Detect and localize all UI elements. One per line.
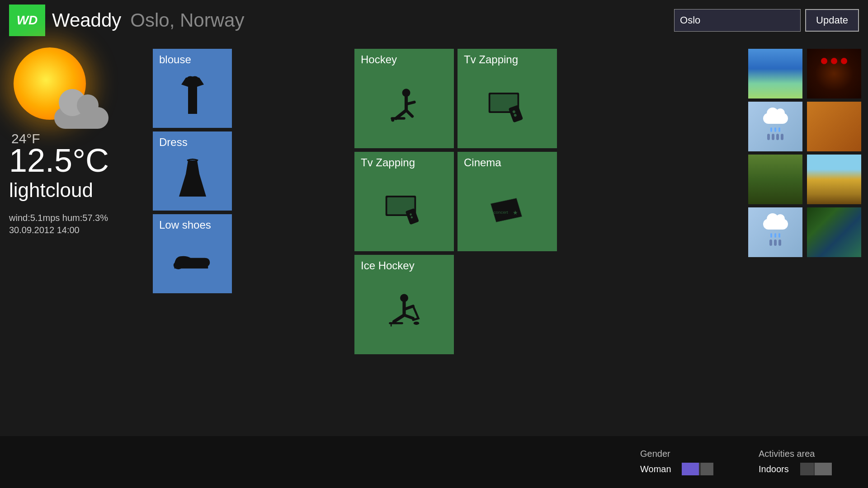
woman-toggle[interactable] bbox=[682, 463, 713, 475]
woman-label: Woman bbox=[640, 464, 676, 474]
activities-column: Hockey Tv Zapping bbox=[354, 49, 557, 354]
activities-row-3: Ice Hockey bbox=[354, 255, 557, 354]
hockey-icon bbox=[361, 68, 448, 144]
weather-wind: wind:5.1mps hum:57.3% bbox=[9, 213, 140, 223]
indoors-label: Indoors bbox=[759, 464, 795, 474]
temp-celsius: 12.5°C bbox=[9, 144, 140, 177]
photo-tile-cloud-rain[interactable] bbox=[748, 102, 802, 151]
search-input[interactable] bbox=[674, 9, 801, 32]
tile-tv-zapping-1-label: Tv Zapping bbox=[464, 53, 551, 66]
tile-blouse[interactable]: blouse bbox=[153, 49, 232, 128]
tile-hockey-label: Hockey bbox=[361, 53, 448, 66]
photo-tile-cake[interactable] bbox=[807, 49, 861, 99]
tile-low-shoes[interactable]: Low shoes bbox=[153, 214, 232, 293]
svg-text:concert: concert bbox=[494, 209, 508, 214]
tile-tv-zapping-2[interactable]: Tv Zapping bbox=[354, 152, 454, 251]
toggle-on-gray bbox=[800, 463, 814, 475]
weather-condition: lightcloud bbox=[9, 179, 140, 202]
city-name: Oslo, Norway bbox=[130, 9, 244, 31]
svg-point-0 bbox=[173, 261, 183, 269]
svg-point-16 bbox=[414, 321, 420, 324]
activities-row-1: Hockey Tv Zapping bbox=[354, 49, 557, 148]
tv-icon bbox=[464, 68, 551, 144]
gender-label: Gender bbox=[640, 449, 713, 459]
tile-dress[interactable]: Dress bbox=[153, 131, 232, 211]
dress-icon bbox=[159, 151, 226, 206]
toggle-on-indicator bbox=[682, 463, 699, 475]
clothing-column: blouse Dress Lo bbox=[153, 49, 232, 354]
svg-text:★: ★ bbox=[513, 209, 518, 216]
photo-grid bbox=[748, 49, 866, 258]
logo-text: WD bbox=[17, 13, 38, 28]
weather-date: 30.09.2012 14:00 bbox=[9, 225, 140, 235]
search-area: Update bbox=[674, 9, 859, 32]
photo-tile-person[interactable] bbox=[807, 102, 861, 151]
photo-tile-waterfall[interactable] bbox=[807, 207, 861, 257]
svg-point-2 bbox=[391, 118, 394, 122]
logo-box: WD bbox=[9, 5, 45, 36]
svg-rect-5 bbox=[509, 105, 524, 122]
indoors-toggle[interactable] bbox=[800, 463, 832, 475]
cinema-icon: concert ★ bbox=[464, 171, 551, 247]
activities-row-2: Tv Zapping Cinema bbox=[354, 152, 557, 251]
tile-blouse-label: blouse bbox=[159, 53, 226, 66]
photo-tile-sky[interactable] bbox=[748, 49, 802, 99]
tile-tv-zapping-1[interactable]: Tv Zapping bbox=[458, 49, 557, 148]
bottom-bar: Gender Woman Activities area Indoors bbox=[0, 436, 868, 488]
photo-tile-cloud-rain-2[interactable] bbox=[748, 207, 802, 257]
app-name: Weaddy bbox=[52, 9, 121, 31]
tile-hockey[interactable]: Hockey bbox=[354, 49, 454, 148]
gap-column bbox=[236, 49, 351, 354]
activities-filter: Activities area Indoors bbox=[759, 449, 832, 475]
gender-filter-row: Woman bbox=[640, 463, 713, 475]
tile-ice-hockey[interactable]: Ice Hockey bbox=[354, 255, 454, 354]
tile-cinema[interactable]: Cinema concert ★ bbox=[458, 152, 557, 251]
tile-dress-label: Dress bbox=[159, 136, 226, 149]
activities-filter-row: Indoors bbox=[759, 463, 832, 475]
cloud-icon bbox=[50, 93, 118, 129]
weather-panel: 24°F 12.5°C lightcloud wind:5.1mps hum:5… bbox=[0, 41, 149, 357]
tile-cinema-label: Cinema bbox=[464, 156, 551, 169]
gender-filter: Gender Woman bbox=[640, 449, 713, 475]
tile-tv-zapping-2-label: Tv Zapping bbox=[361, 156, 448, 169]
shoes-icon bbox=[159, 234, 226, 289]
toggle-off-gray bbox=[815, 463, 832, 475]
tiles-area: blouse Dress Lo bbox=[153, 49, 557, 354]
tv-icon-2 bbox=[361, 171, 448, 247]
blouse-icon bbox=[159, 68, 226, 123]
photo-tile-forest[interactable] bbox=[748, 155, 802, 204]
tile-shoes-label: Low shoes bbox=[159, 219, 226, 231]
app-header: WD Weaddy Oslo, Norway Update bbox=[0, 0, 868, 41]
activities-area-label: Activities area bbox=[759, 449, 832, 459]
toggle-off-handle bbox=[701, 463, 713, 475]
weather-icon bbox=[9, 47, 118, 129]
ice-hockey-icon bbox=[361, 274, 448, 350]
photo-tile-field[interactable] bbox=[807, 155, 861, 204]
update-button[interactable]: Update bbox=[805, 9, 859, 32]
tile-ice-hockey-label: Ice Hockey bbox=[361, 259, 448, 272]
